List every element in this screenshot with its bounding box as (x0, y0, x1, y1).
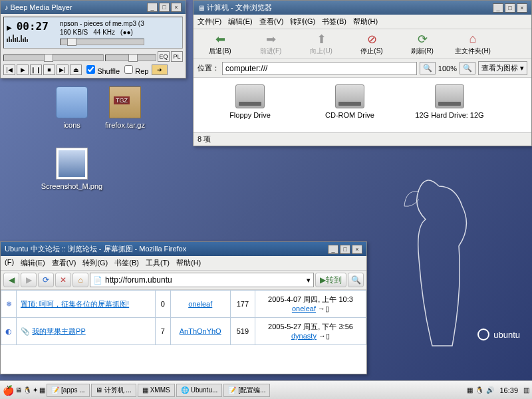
search-button[interactable]: 🔍 (348, 273, 364, 287)
forward-button[interactable]: ▶ (21, 273, 37, 287)
task-button[interactable]: 🌐 Ubuntu... (176, 384, 223, 397)
maximize-button[interactable]: □ (159, 3, 170, 12)
location-label: 位置： (198, 63, 219, 73)
tray-icon[interactable]: 🔊 (486, 386, 494, 394)
pause-button[interactable]: ❙❙ (30, 65, 42, 75)
topic-link[interactable]: 置顶: 呵呵，征集各位的屏幕抓图! (21, 300, 129, 308)
play-button[interactable]: ▶ (17, 65, 29, 75)
launcher-icon[interactable]: 🐧 (23, 386, 31, 394)
icon-view[interactable]: Floppy Drive CD-ROM Drive 12G Hard Drive… (194, 78, 531, 132)
menu-bookmarks[interactable]: 书签(B) (114, 258, 139, 268)
menu-help[interactable]: 帮助(H) (176, 258, 201, 268)
task-button[interactable]: ▦ XMMS (138, 384, 175, 397)
menu-help[interactable]: 帮助(H) (353, 17, 378, 27)
forward-button[interactable]: ➡前进(F) (251, 32, 291, 56)
tray-icon[interactable]: 🐧 (475, 386, 483, 394)
minimize-button[interactable]: _ (147, 3, 158, 12)
menu-view[interactable]: 查看(V) (259, 17, 284, 27)
zoom-in-button[interactable]: 🔍 (460, 62, 475, 74)
start-icon[interactable]: 🍎 (3, 385, 14, 396)
launcher-icon[interactable]: 🖥 (15, 386, 22, 394)
clock[interactable]: 16:39 (497, 386, 521, 394)
shuffle-checkbox[interactable]: Shuffle (86, 65, 120, 75)
home-button[interactable]: ⌂ (72, 273, 88, 287)
menu-bookmarks[interactable]: 书签(B) (322, 17, 346, 27)
desktop-icon-screenshot[interactable]: Screenshot_M.png (39, 148, 105, 190)
minimize-button[interactable]: _ (493, 3, 503, 13)
up-button[interactable]: ⬆向上(U) (301, 32, 341, 56)
author-link[interactable]: oneleaf (188, 300, 212, 308)
seek-slider[interactable] (60, 39, 144, 45)
lastby-link[interactable]: dynasty (291, 332, 317, 340)
task-button[interactable]: 📝 [配置编... (223, 384, 270, 397)
drive-floppy[interactable]: Floppy Drive (213, 84, 287, 126)
stop-button[interactable]: ⊘停止(S) (352, 32, 392, 56)
repeat-checkbox[interactable]: Rep (124, 65, 148, 75)
close-button[interactable]: × (352, 245, 362, 254)
menu-file[interactable]: (F) (5, 258, 14, 268)
task-button[interactable]: 🖥 计算机 ... (91, 384, 136, 397)
prev-button[interactable]: |◀ (3, 65, 15, 75)
home-button[interactable]: ⌂主文件夹(H) (453, 32, 493, 56)
balance-slider[interactable] (105, 55, 156, 61)
maximize-button[interactable]: □ (505, 3, 515, 13)
launcher-icon[interactable]: ✦ (33, 386, 38, 394)
menubar: (F) 编辑(E) 查看(V) 转到(G) 书签(B) 工具(T) 帮助(H) (1, 256, 366, 271)
eq-button[interactable]: EQ (158, 51, 170, 62)
topic-link[interactable]: 我的苹果主题PP (32, 327, 86, 335)
menu-file[interactable]: 文件(F) (198, 17, 221, 27)
filebrowser-titlebar[interactable]: 🖥 计算机 - 文件浏览器 _ □ × (194, 1, 531, 15)
close-button[interactable]: × (171, 3, 182, 12)
menu-tools[interactable]: 工具(T) (146, 258, 170, 268)
drive-cdrom[interactable]: CD-ROM Drive (313, 84, 386, 126)
toolbar: ⬅后退(B) ➡前进(F) ⬆向上(U) ⊘停止(S) ⟳刷新(R) ⌂主文件夹… (194, 29, 531, 59)
view-as-dropdown[interactable]: 查看为图标 ▾ (478, 61, 527, 75)
task-button[interactable]: 📝 [apps ... (47, 384, 90, 397)
minimize-button[interactable]: _ (328, 245, 338, 254)
lastby-link[interactable]: oneleaf (292, 305, 316, 313)
back-button[interactable]: ◀ (3, 273, 19, 287)
show-desktop-icon[interactable]: ▥ (523, 386, 529, 394)
maximize-button[interactable]: □ (340, 245, 350, 254)
playlist-button[interactable]: PL (171, 51, 183, 62)
computer-icon: 🖥 (198, 4, 205, 12)
menu-view[interactable]: 查看(V) (52, 258, 76, 268)
stop-button[interactable]: ✕ (55, 273, 71, 287)
menu-edit[interactable]: 编辑(E) (21, 258, 45, 268)
desktop-icon-folder[interactable]: icons (45, 86, 98, 129)
table-row[interactable]: ◐ 📎 我的苹果主题PP 7 AnThOnYhO 519 2005-5-27 周… (1, 318, 366, 345)
table-row[interactable]: ❄ 置顶: 呵呵，征集各位的屏幕抓图! 0 oneleaf 177 2005-4… (1, 291, 366, 318)
next-button[interactable]: ▶| (57, 65, 68, 75)
eject-button[interactable]: ⏏ (70, 65, 82, 75)
author-link[interactable]: AnThOnYhO (180, 327, 221, 335)
timecode: 00:27 (17, 20, 49, 33)
lastpost-cell: 2005-4-07 周四, 上午 10:3oneleaf →▯ (255, 291, 366, 318)
dropdown-icon[interactable]: ▾ (307, 276, 311, 285)
reload-button[interactable]: ⟳刷新(R) (402, 32, 442, 56)
go-button[interactable]: ▶ 转到 (315, 273, 346, 287)
url-bar[interactable]: 📄 ▾ (90, 273, 314, 287)
desktop-icon-archive[interactable]: firefox.tar.gz (98, 86, 152, 129)
image-icon (56, 148, 88, 180)
back-button[interactable]: ⬅后退(B) (200, 32, 240, 56)
firefox-titlebar[interactable]: Ubuntu 中文论坛 :: 浏览论坛 - 屏幕抓图 - Mozilla Fir… (1, 242, 366, 256)
menu-go[interactable]: 转到(G) (82, 258, 108, 268)
taskbar: 🍎 🖥 🐧 ✦ ▦ 📝 [apps ... 🖥 计算机 ... ▦ XMMS 🌐… (0, 380, 532, 399)
launcher-icon[interactable]: ▦ (39, 386, 45, 394)
menu-edit[interactable]: 编辑(E) (228, 17, 253, 27)
location-input[interactable] (222, 62, 417, 75)
volume-slider[interactable] (3, 55, 104, 61)
drive-hdd[interactable]: 12G Hard Drive: 12G (413, 84, 486, 126)
stop-button[interactable]: ■ (43, 65, 55, 75)
beep-titlebar[interactable]: ♪ Beep Media Player _ □ × (1, 1, 186, 14)
menu-go[interactable]: 转到(G) (290, 17, 315, 27)
close-button[interactable]: × (517, 3, 527, 13)
reload-button[interactable]: ⟳ (38, 273, 54, 287)
tray-icon[interactable]: ▦ (467, 386, 473, 394)
url-input[interactable] (105, 275, 304, 285)
sticky-icon: ❄ (6, 300, 12, 308)
beep-logo-button[interactable]: ➜ (152, 65, 168, 75)
menubar: 文件(F) 编辑(E) 查看(V) 转到(G) 书签(B) 帮助(H) (194, 15, 531, 29)
zoom-out-button[interactable]: 🔍 (420, 62, 436, 74)
track-title: npson - pieces of me.mp3 (3 (60, 20, 144, 27)
